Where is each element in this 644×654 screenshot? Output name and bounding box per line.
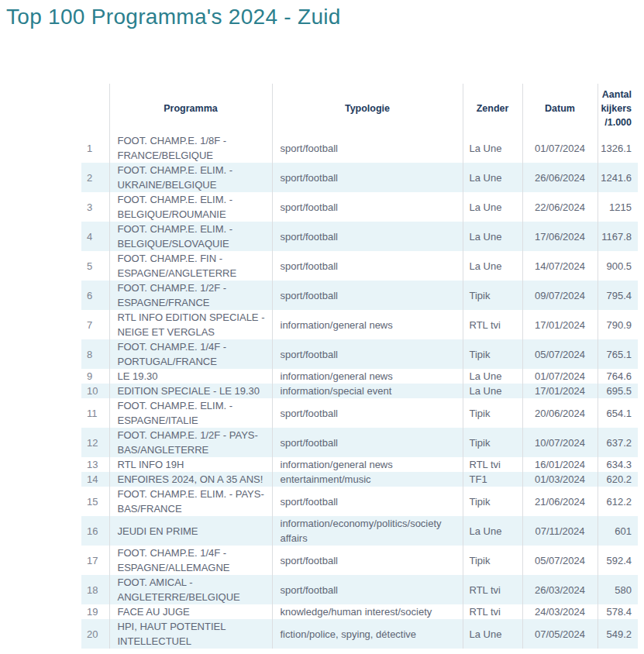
top100-table-container: Programma Typologie Zender Datum Aantal … <box>81 84 638 649</box>
cell-aantal: 580 <box>598 575 638 604</box>
cell-aantal: 1326.1 <box>598 133 638 163</box>
cell-typologie: sport/football <box>272 487 463 516</box>
cell-programma: FOOT. CHAMP.E. ELIM. - ESPAGNE/ITALIE <box>109 398 272 428</box>
cell-datum: 16/01/2024 <box>522 457 598 472</box>
column-header-datum: Datum <box>522 84 598 133</box>
cell-typologie: information/general news <box>272 310 463 339</box>
table-row: 12FOOT. CHAMP.E. 1/2F - PAYS-BAS/ANGLETE… <box>81 428 638 457</box>
cell-datum: 07/11/2024 <box>522 516 598 546</box>
cell-programma: ENFOIRES 2024, ON A 35 ANS! <box>109 472 272 487</box>
cell-rank: 7 <box>81 310 109 339</box>
cell-typologie: sport/football <box>272 546 463 575</box>
cell-datum: 17/06/2024 <box>522 222 598 251</box>
cell-typologie: information/special event <box>272 384 463 398</box>
cell-aantal: 764.6 <box>598 369 638 384</box>
cell-rank: 8 <box>81 339 109 369</box>
column-header-programma: Programma <box>109 84 272 133</box>
table-row: 14ENFOIRES 2024, ON A 35 ANS!entertainme… <box>81 472 638 487</box>
cell-typologie: information/general news <box>272 369 463 384</box>
cell-aantal: 601 <box>598 516 638 546</box>
cell-programma: FACE AU JUGE <box>109 604 272 619</box>
cell-typologie: sport/football <box>272 428 463 457</box>
cell-datum: 07/05/2024 <box>522 619 598 649</box>
table-row: 19FACE AU JUGEknowledge/human interest/s… <box>81 604 638 619</box>
cell-typologie: information/economy/politics/society aff… <box>272 516 463 546</box>
cell-programma: FOOT. CHAMP.E. ELIM. - BELGIQUE/ROUMANIE <box>109 192 272 222</box>
cell-aantal: 592.4 <box>598 546 638 575</box>
cell-datum: 22/06/2024 <box>522 192 598 222</box>
cell-zender: RTL tvi <box>463 457 522 472</box>
cell-rank: 10 <box>81 384 109 398</box>
cell-datum: 24/03/2024 <box>522 604 598 619</box>
cell-zender: Tipik <box>463 339 522 369</box>
cell-programma: RTL INFO 19H <box>109 457 272 472</box>
cell-programma: FOOT. CHAMP.E. ELIM. - PAYS-BAS/FRANCE <box>109 487 272 516</box>
column-header-zender: Zender <box>463 84 522 133</box>
table-row: 11FOOT. CHAMP.E. ELIM. - ESPAGNE/ITALIEs… <box>81 398 638 428</box>
cell-rank: 11 <box>81 398 109 428</box>
cell-typologie: fiction/police, spying, détective <box>272 619 463 649</box>
cell-aantal: 620.2 <box>598 472 638 487</box>
cell-aantal: 1241.6 <box>598 163 638 192</box>
cell-zender: Tipik <box>463 428 522 457</box>
cell-programma: JEUDI EN PRIME <box>109 516 272 546</box>
cell-zender: Tipik <box>463 398 522 428</box>
cell-aantal: 578.4 <box>598 604 638 619</box>
cell-zender: La Une <box>463 384 522 398</box>
table-row: 17FOOT. CHAMP.E. 1/4F - ESPAGNE/ALLEMAGN… <box>81 546 638 575</box>
cell-aantal: 795.4 <box>598 281 638 310</box>
cell-programma: FOOT. CHAMP.E. 1/2F - PAYS-BAS/ANGLETERR… <box>109 428 272 457</box>
cell-typologie: sport/football <box>272 281 463 310</box>
cell-rank: 6 <box>81 281 109 310</box>
cell-zender: RTL tvi <box>463 310 522 339</box>
cell-zender: La Une <box>463 133 522 163</box>
cell-zender: Tipik <box>463 546 522 575</box>
cell-zender: La Une <box>463 619 522 649</box>
cell-zender: La Une <box>463 222 522 251</box>
cell-rank: 20 <box>81 619 109 649</box>
cell-rank: 1 <box>81 133 109 163</box>
cell-rank: 18 <box>81 575 109 604</box>
cell-datum: 01/07/2024 <box>522 369 598 384</box>
cell-rank: 16 <box>81 516 109 546</box>
cell-zender: Tipik <box>463 487 522 516</box>
table-row: 3FOOT. CHAMP.E. ELIM. - BELGIQUE/ROUMANI… <box>81 192 638 222</box>
cell-aantal: 900.5 <box>598 251 638 281</box>
cell-programma: HPI, HAUT POTENTIEL INTELLECTUEL <box>109 619 272 649</box>
table-row: 6FOOT. CHAMP.E. 1/2F - ESPAGNE/FRANCEspo… <box>81 281 638 310</box>
table-row: 15FOOT. CHAMP.E. ELIM. - PAYS-BAS/FRANCE… <box>81 487 638 516</box>
table-row: 4FOOT. CHAMP.E. ELIM. - BELGIQUE/SLOVAQU… <box>81 222 638 251</box>
cell-typologie: sport/football <box>272 192 463 222</box>
column-header-typologie: Typologie <box>272 84 463 133</box>
cell-datum: 26/06/2024 <box>522 163 598 192</box>
cell-programma: FOOT. CHAMP.E. 1/4F - PORTUGAL/FRANCE <box>109 339 272 369</box>
cell-zender: RTL tvi <box>463 575 522 604</box>
cell-aantal: 549.2 <box>598 619 638 649</box>
column-header-aantal: Aantal kijkers /1.000 <box>598 84 638 133</box>
cell-rank: 14 <box>81 472 109 487</box>
table-row: 20HPI, HAUT POTENTIEL INTELLECTUELfictio… <box>81 619 638 649</box>
cell-aantal: 1167.8 <box>598 222 638 251</box>
cell-programma: FOOT. CHAMP.E. FIN - ESPAGNE/ANGLETERRE <box>109 251 272 281</box>
table-row: 8FOOT. CHAMP.E. 1/4F - PORTUGAL/FRANCEsp… <box>81 339 638 369</box>
cell-aantal: 637.2 <box>598 428 638 457</box>
cell-zender: La Une <box>463 163 522 192</box>
table-row: 2FOOT. CHAMP.E. ELIM. - UKRAINE/BELGIQUE… <box>81 163 638 192</box>
cell-zender: La Une <box>463 516 522 546</box>
top100-table: Programma Typologie Zender Datum Aantal … <box>81 84 638 649</box>
cell-datum: 17/01/2024 <box>522 310 598 339</box>
cell-programma: FOOT. CHAMP.E. ELIM. - UKRAINE/BELGIQUE <box>109 163 272 192</box>
cell-programma: EDITION SPECIALE - LE 19.30 <box>109 384 272 398</box>
cell-typologie: sport/football <box>272 222 463 251</box>
table-body: 1FOOT. CHAMP.E. 1/8F - FRANCE/BELGIQUEsp… <box>81 133 638 649</box>
cell-programma: LE 19.30 <box>109 369 272 384</box>
cell-datum: 01/03/2024 <box>522 472 598 487</box>
cell-rank: 5 <box>81 251 109 281</box>
cell-programma: FOOT. CHAMP.E. ELIM. - BELGIQUE/SLOVAQUI… <box>109 222 272 251</box>
cell-typologie: sport/football <box>272 133 463 163</box>
cell-datum: 21/06/2024 <box>522 487 598 516</box>
cell-typologie: sport/football <box>272 163 463 192</box>
cell-typologie: entertainment/music <box>272 472 463 487</box>
table-row: 18FOOT. AMICAL - ANGLETERRE/BELGIQUEspor… <box>81 575 638 604</box>
cell-typologie: knowledge/human interest/society <box>272 604 463 619</box>
